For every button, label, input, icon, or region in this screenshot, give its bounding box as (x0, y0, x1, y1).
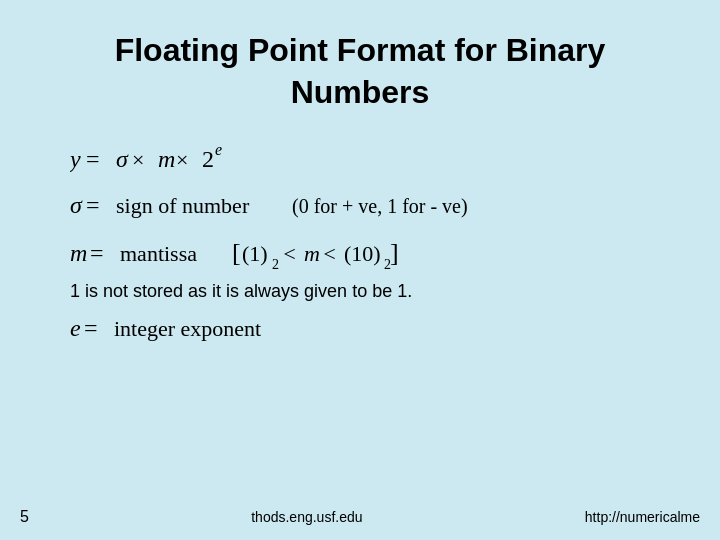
svg-text:integer exponent: integer exponent (114, 316, 261, 341)
svg-text:×: × (176, 147, 188, 172)
svg-text:e: e (70, 315, 81, 341)
svg-text:e: e (215, 141, 222, 158)
formula-sigma-row: σ = sign of number (0 for + ve, 1 for - … (70, 187, 670, 225)
svg-text:m: m (304, 241, 320, 266)
svg-text:=: = (86, 146, 100, 172)
slide: Floating Point Format for Binary Numbers… (0, 0, 720, 540)
formula-e-row: e = integer exponent (70, 310, 670, 348)
svg-text:<: < (282, 241, 297, 266)
svg-text:sign of number: sign of number (116, 193, 250, 218)
svg-text:m: m (70, 240, 87, 266)
svg-text:y: y (70, 146, 81, 172)
formula-y-svg: y = σ × m × 2 e (70, 141, 270, 179)
svg-text:σ: σ (70, 192, 83, 218)
footer: 5 thods.eng.usf.edu http://numericalme (0, 508, 720, 526)
svg-text:(1): (1) (242, 241, 268, 266)
content-area: y = σ × m × 2 e σ = sign of number (0 fo… (50, 141, 670, 348)
svg-text:2: 2 (272, 257, 279, 272)
svg-text:=: = (90, 240, 104, 266)
formula-y-row: y = σ × m × 2 e (70, 141, 670, 179)
svg-text:<: < (322, 241, 337, 266)
svg-text:mantissa: mantissa (120, 241, 197, 266)
svg-text:(10): (10) (344, 241, 381, 266)
note-text: 1 is not stored as it is always given to… (70, 281, 670, 302)
formula-sigma-svg: σ = sign of number (0 for + ve, 1 for - … (70, 187, 630, 225)
svg-text:m: m (158, 146, 175, 172)
svg-text:=: = (86, 192, 100, 218)
formula-e-svg: e = integer exponent (70, 310, 410, 348)
svg-text:(0 for + ve, 1 for - ve): (0 for + ve, 1 for - ve) (292, 195, 468, 218)
svg-text:σ: σ (116, 146, 129, 172)
svg-text:=: = (84, 315, 98, 341)
page-number: 5 (20, 508, 29, 526)
slide-title: Floating Point Format for Binary Numbers (50, 30, 670, 113)
footer-website: http://numericalme (585, 509, 700, 525)
svg-text:×: × (132, 147, 144, 172)
svg-text:2: 2 (202, 146, 214, 172)
formula-m-svg: m = mantissa [ (1) 2 < m < (10) 2 ] (70, 233, 630, 273)
svg-text:]: ] (390, 238, 399, 267)
svg-text:[: [ (232, 238, 241, 267)
footer-url: thods.eng.usf.edu (251, 509, 362, 525)
formula-m-row: m = mantissa [ (1) 2 < m < (10) 2 ] (70, 233, 670, 273)
